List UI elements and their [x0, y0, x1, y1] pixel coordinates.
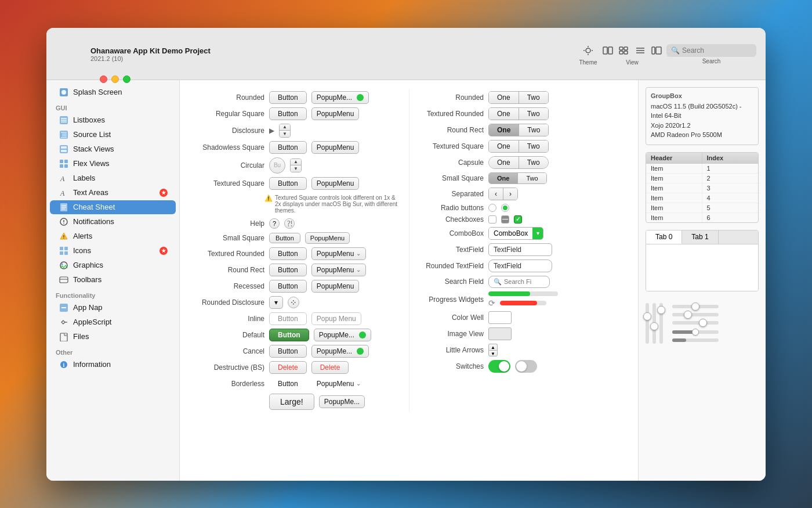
little-arrows-up[interactable]: ▲ — [488, 344, 498, 350]
destructive-popup[interactable]: Delete — [311, 361, 349, 374]
sidebar-item-toolbars[interactable]: Toolbars — [50, 273, 176, 287]
seg-two[interactable]: Two — [519, 124, 548, 136]
sidebar-item-listboxes[interactable]: Listboxes — [50, 113, 176, 127]
seg-one[interactable]: One — [489, 140, 519, 152]
rounded-popup[interactable]: PopupMe... — [311, 91, 369, 104]
sidebar-item-source-list[interactable]: Source List — [50, 128, 176, 142]
search-field-input[interactable] — [504, 278, 545, 285]
view-grid-button[interactable] — [617, 43, 632, 58]
table-row[interactable]: Item 2 — [646, 174, 758, 183]
toolbar-search-box[interactable]: 🔍 — [666, 44, 756, 57]
search-field-control[interactable]: 🔍 — [488, 276, 550, 288]
recessed-button[interactable]: Button — [269, 280, 307, 293]
seg-one[interactable]: One — [489, 124, 519, 136]
sidebar-item-graphics[interactable]: Graphics — [50, 258, 176, 272]
stepper-down[interactable]: ▼ — [291, 165, 301, 172]
sidebar-item-labels[interactable]: A Labels — [50, 171, 176, 185]
vertical-slider-1[interactable] — [646, 303, 649, 344]
view-split-button[interactable] — [649, 43, 664, 58]
search-input[interactable] — [682, 46, 752, 55]
disclosure-stepper[interactable]: ▲ ▼ — [279, 124, 291, 138]
textured-rounded-popup[interactable]: PopupMenu — [311, 247, 367, 260]
textfield-control[interactable] — [488, 243, 552, 256]
borderless-popup[interactable]: PopupMenu — [311, 377, 367, 390]
image-view-control[interactable] — [488, 327, 512, 340]
sidebar-item-app-nap[interactable]: App Nap — [50, 301, 176, 315]
small-square-button[interactable]: Button — [269, 233, 300, 243]
view-list-button[interactable] — [633, 43, 648, 58]
circular-stepper[interactable]: ▲ ▼ — [290, 158, 302, 172]
rounded-disclosure-stepper[interactable]: ⁘ — [288, 297, 299, 308]
sidebar-item-icons[interactable]: Icons ★ — [50, 244, 176, 258]
borderless-button[interactable]: Button — [269, 377, 307, 390]
switch-on[interactable] — [488, 360, 510, 373]
seg-one[interactable]: One — [489, 157, 519, 168]
table-row[interactable]: Item 3 — [646, 183, 758, 193]
small-square-popup[interactable]: PopupMenu — [305, 232, 350, 244]
tab-1[interactable]: Tab 1 — [682, 230, 718, 244]
table-row[interactable]: Item 4 — [646, 193, 758, 203]
horizontal-slider-3[interactable] — [672, 321, 719, 325]
table-row[interactable]: Item 6 — [646, 213, 758, 222]
recessed-popup[interactable]: PopupMenu — [311, 280, 360, 293]
seg-one[interactable]: One — [489, 173, 518, 183]
stepper-down[interactable]: ▼ — [280, 131, 290, 137]
nav-prev[interactable]: ‹ — [489, 188, 503, 200]
radio-on[interactable] — [501, 204, 509, 212]
stepper-up[interactable]: ▲ — [280, 124, 290, 131]
theme-button[interactable] — [578, 43, 598, 58]
seg-one[interactable]: One — [489, 108, 519, 120]
round-rect-button[interactable]: Button — [269, 264, 307, 276]
regular-square-popup[interactable]: PopupMenu — [311, 107, 360, 120]
shadowless-button[interactable]: Button — [269, 141, 307, 154]
sidebar-item-cheat-sheet[interactable]: Cheat Sheet — [50, 200, 176, 214]
help-button[interactable]: ? — [269, 218, 280, 229]
inline-button[interactable]: Button — [269, 312, 307, 325]
large-button[interactable]: Large! — [269, 394, 314, 410]
vertical-slider-3[interactable] — [659, 303, 663, 344]
default-button[interactable]: Button — [269, 329, 309, 341]
maximize-button[interactable] — [123, 75, 130, 83]
checkbox-checked[interactable]: ✓ — [514, 215, 522, 224]
close-button[interactable] — [100, 75, 107, 83]
seg-one[interactable]: One — [489, 92, 519, 103]
stepper-up[interactable]: ▲ — [291, 159, 301, 165]
table-row[interactable]: Item 1 — [646, 164, 758, 174]
seg-two[interactable]: Two — [518, 173, 546, 183]
color-well-control[interactable] — [488, 311, 512, 324]
horizontal-slider-1[interactable] — [672, 305, 719, 308]
table-row[interactable]: Item 5 — [646, 203, 758, 213]
horizontal-slider-2[interactable] — [672, 313, 719, 316]
little-arrows-control[interactable]: ▲ ▼ — [488, 344, 498, 356]
radio-off[interactable] — [488, 204, 496, 212]
sidebar-item-notifications[interactable]: Notifications — [50, 215, 176, 229]
tab-0[interactable]: Tab 0 — [646, 230, 682, 244]
sidebar-item-applescript[interactable]: AppleScript — [50, 315, 176, 329]
round-rect-popup[interactable]: PopupMenu — [311, 264, 367, 276]
textured-rounded-button[interactable]: Button — [269, 247, 307, 260]
help-stepper-button[interactable]: ⁈ — [284, 218, 295, 229]
sidebar-item-flex-views[interactable]: Flex Views — [50, 157, 176, 171]
cancel-popup[interactable]: PopupMe... — [311, 345, 369, 358]
sidebar-item-text-areas[interactable]: A Text Areas ★ — [50, 186, 176, 200]
seg-two[interactable]: Two — [519, 140, 548, 152]
little-arrows-down[interactable]: ▼ — [488, 350, 498, 356]
combobox-control[interactable]: ComboBox ▾ — [488, 227, 543, 240]
disclosure-arrow-button[interactable]: ▶ — [269, 127, 274, 135]
rounded-button[interactable]: Button — [269, 91, 307, 104]
switch-off[interactable] — [515, 360, 537, 373]
textured-square-popup[interactable]: PopupMenu — [311, 177, 360, 190]
sidebar-item-stack-views[interactable]: Stack Views — [50, 142, 176, 156]
shadowless-popup[interactable]: PopupMenu — [311, 141, 360, 154]
regular-square-button[interactable]: Button — [269, 107, 307, 120]
checkbox-minus[interactable]: — — [501, 215, 509, 224]
minimize-button[interactable] — [111, 75, 119, 83]
view-columns-button[interactable] — [600, 43, 615, 58]
checkbox-empty[interactable] — [488, 215, 496, 224]
rounded-disclosure-button[interactable]: ▾ — [269, 296, 283, 309]
seg-two[interactable]: Two — [519, 92, 548, 103]
destructive-button[interactable]: Delete — [269, 361, 307, 374]
inline-popup[interactable]: Popup Menu — [311, 312, 361, 325]
large-popup[interactable]: PopupMe... — [319, 395, 365, 408]
sidebar-item-splash-screen[interactable]: Splash Screen — [50, 85, 176, 99]
